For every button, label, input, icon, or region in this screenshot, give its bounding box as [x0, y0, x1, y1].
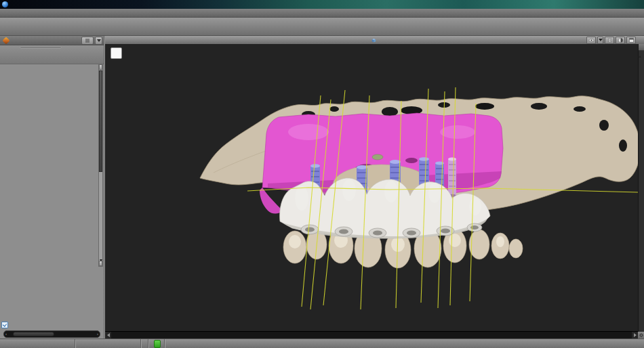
- menu-bar: [0, 9, 644, 18]
- title-bar: [0, 0, 644, 9]
- main-toolbar: [0, 18, 644, 36]
- plan-list-button[interactable]: [81, 37, 94, 45]
- orientation-marker: [110, 47, 122, 59]
- sidebar-toolstrip: [0, 45, 104, 64]
- plan-dropdown-button[interactable]: [95, 37, 102, 45]
- viewport-settings-button[interactable]: [638, 332, 644, 339]
- hscroll-right-button[interactable]: [632, 332, 638, 339]
- plan-object-list: [0, 64, 104, 66]
- measure-slider[interactable]: ‹ ›: [3, 330, 100, 338]
- hscroll-left-button[interactable]: [105, 332, 111, 339]
- scroll-down-button[interactable]: [99, 261, 102, 266]
- viewport-vertical-scrollbar[interactable]: [638, 44, 644, 332]
- scroll-thumb[interactable]: [99, 70, 102, 172]
- status-casexchange: [148, 339, 165, 348]
- app-icon: [2, 1, 8, 7]
- status-bar: [0, 339, 644, 348]
- view-visibility-button[interactable]: [586, 37, 596, 44]
- view-maximize-button[interactable]: [626, 37, 636, 44]
- plan-header-bar: [0, 36, 104, 45]
- vscroll-up-button[interactable]: [639, 44, 644, 51]
- main-area: ‹ ›: [0, 36, 644, 339]
- scroll-up-button[interactable]: [99, 64, 102, 70]
- plan-sidebar: ‹ ›: [0, 36, 104, 339]
- 3d-viewport: [105, 36, 644, 339]
- viewport-horizontal-scrollbar[interactable]: [105, 331, 638, 339]
- codiagnostix-window: ‹ ›: [0, 0, 644, 348]
- view-contrast-button[interactable]: [616, 37, 625, 44]
- measure-block: ‹ ›: [1, 322, 102, 338]
- slider-thumb[interactable]: [13, 332, 54, 336]
- jaw-3d-model: [105, 44, 638, 332]
- plan-icon: [2, 37, 9, 44]
- cube-icon: [371, 37, 377, 43]
- view-options-caret[interactable]: [597, 37, 603, 44]
- status-plans: [141, 339, 148, 348]
- editing-status-badge: [154, 340, 161, 348]
- measure-checkbox[interactable]: [1, 322, 8, 328]
- sidebar-scrollbar[interactable]: [98, 64, 103, 267]
- slider-left-arrow[interactable]: ‹: [5, 331, 7, 336]
- status-dob: [75, 339, 141, 348]
- 3d-canvas[interactable]: [105, 44, 638, 332]
- slider-right-arrow[interactable]: ›: [97, 331, 98, 336]
- gear-icon: [639, 332, 644, 338]
- add-object-menu: [20, 46, 62, 49]
- status-patient: [0, 339, 75, 348]
- view-pin-button[interactable]: [605, 37, 614, 44]
